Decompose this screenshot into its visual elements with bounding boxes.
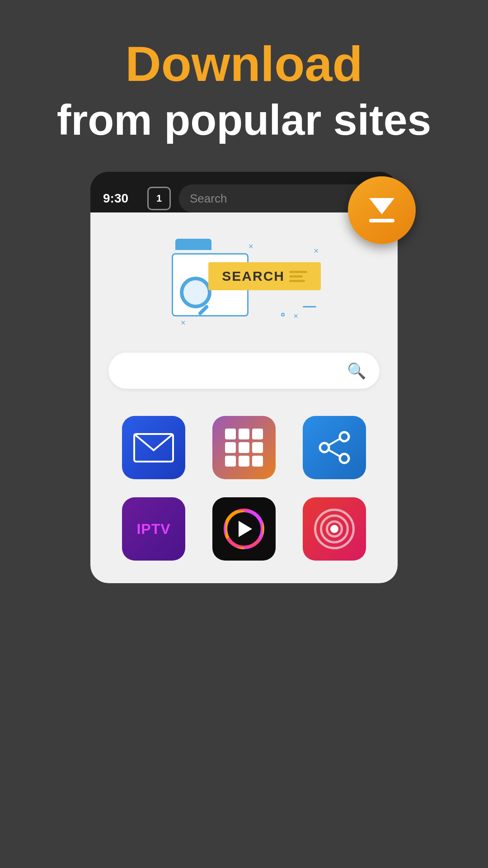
status-time: 9:30 bbox=[103, 191, 139, 206]
grid-sq-5 bbox=[239, 442, 249, 453]
banner-line-1 bbox=[289, 271, 307, 273]
share-svg bbox=[316, 429, 352, 466]
app-icon-mail[interactable] bbox=[122, 416, 185, 479]
banner-lines bbox=[289, 271, 307, 282]
search-banner-text: SEARCH bbox=[222, 269, 285, 284]
search-magnifier-icon: 🔍 bbox=[347, 362, 366, 380]
banner-line-2 bbox=[289, 275, 303, 278]
grid-sq-6 bbox=[252, 442, 263, 453]
grid-sq-1 bbox=[225, 429, 236, 439]
browser-search-placeholder: Search bbox=[190, 192, 358, 206]
grid-sq-8 bbox=[239, 456, 249, 467]
deco-dot-3 bbox=[281, 313, 285, 316]
grid-sq-3 bbox=[252, 429, 263, 439]
headline-subtitle: from popular sites bbox=[57, 95, 432, 145]
headline-download: Download bbox=[125, 36, 363, 91]
app-icon-player[interactable] bbox=[212, 497, 276, 561]
magnifier-icon bbox=[180, 277, 211, 308]
app-icon-share[interactable] bbox=[303, 416, 366, 479]
svg-point-1 bbox=[340, 432, 349, 441]
grid-squares bbox=[222, 426, 266, 469]
svg-line-4 bbox=[328, 439, 340, 445]
deco-cross-4: × bbox=[293, 311, 298, 321]
svg-line-5 bbox=[328, 450, 340, 457]
deco-dash-2 bbox=[303, 306, 316, 307]
mail-svg bbox=[133, 433, 174, 462]
deco-cross-3: × bbox=[181, 318, 186, 328]
content-search-bar[interactable]: 🔍 bbox=[108, 353, 380, 389]
phone-mockup: 9:30 1 Search ↻ × × × × bbox=[90, 172, 398, 583]
grid-sq-7 bbox=[225, 456, 236, 467]
music-rings bbox=[314, 509, 355, 549]
page-wrapper: Download from popular sites 9:30 1 Searc… bbox=[0, 0, 488, 868]
player-ring bbox=[224, 509, 264, 549]
grid-sq-2 bbox=[239, 429, 249, 439]
svg-point-2 bbox=[340, 454, 349, 463]
search-illustration: × × × × bbox=[167, 240, 321, 330]
browser-content: × × × × bbox=[90, 212, 398, 583]
content-search-input[interactable] bbox=[122, 363, 347, 378]
tab-badge[interactable]: 1 bbox=[147, 187, 171, 210]
iptv-label: IPTV bbox=[136, 521, 170, 538]
search-banner: SEARCH bbox=[208, 262, 321, 290]
banner-line-3 bbox=[289, 280, 305, 282]
player-triangle-icon bbox=[239, 521, 252, 537]
grid-sq-9 bbox=[252, 456, 263, 467]
app-icon-music[interactable] bbox=[303, 497, 366, 561]
folder-tab bbox=[175, 239, 211, 250]
player-inner bbox=[227, 512, 261, 546]
download-fab-button[interactable] bbox=[348, 176, 416, 244]
download-line-icon bbox=[369, 219, 394, 222]
grid-sq-4 bbox=[225, 442, 236, 453]
svg-point-3 bbox=[320, 443, 329, 452]
download-arrow-icon bbox=[369, 198, 394, 214]
app-grid: IPTV bbox=[108, 416, 380, 561]
app-icon-iptv[interactable]: IPTV bbox=[122, 497, 185, 561]
deco-cross-2: × bbox=[314, 246, 319, 256]
app-icon-grid[interactable] bbox=[212, 416, 276, 479]
